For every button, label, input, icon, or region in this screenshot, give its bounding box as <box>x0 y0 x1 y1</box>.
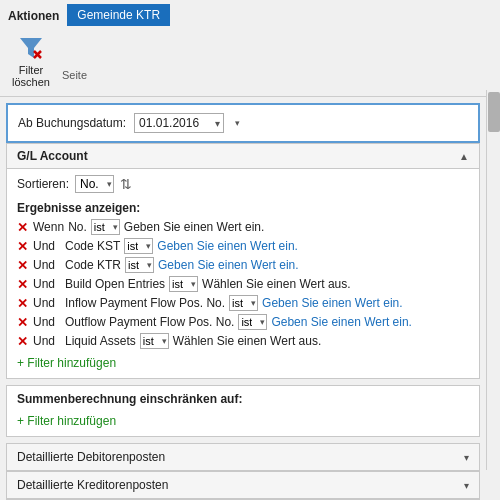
debitorenposten-title: Detaillierte Debitorenposten <box>17 450 165 464</box>
ergebnisse-label: Ergebnisse anzeigen: <box>17 201 469 215</box>
gemeinde-button[interactable]: Gemeinde KTR <box>67 4 170 26</box>
op-select-wrap: ist <box>140 333 169 349</box>
summen-section: Summenberechnung einschränken auf: + Fil… <box>6 385 480 437</box>
remove-filter-button[interactable]: ✕ <box>17 334 29 349</box>
connector-label: Und <box>33 258 61 272</box>
op-select-wrap: ist <box>124 238 153 254</box>
gl-chevron-icon: ▲ <box>459 151 469 162</box>
debitorenposten-header[interactable]: Detaillierte Debitorenposten ▾ <box>7 444 479 471</box>
connector-label: Und <box>33 277 61 291</box>
filter-value: Geben Sie einen Wert ein. <box>157 239 298 253</box>
filter-row: ✕ Und Inflow Payment Flow Pos. No. ist G… <box>17 295 469 311</box>
kreditorenposten-section: Detaillierte Kreditorenposten ▾ <box>6 472 480 500</box>
aktionen-label: Aktionen <box>8 7 59 23</box>
connector-label: Und <box>33 315 61 329</box>
field-label: Code KTR <box>65 258 121 272</box>
filter-row: ✕ Und Build Open Entries ist Wählen Sie … <box>17 276 469 292</box>
op-select[interactable]: ist <box>229 295 258 311</box>
field-label: Outflow Payment Flow Pos. No. <box>65 315 234 329</box>
filter-value: Geben Sie einen Wert ein. <box>271 315 412 329</box>
op-select[interactable]: ist <box>140 333 169 349</box>
toolbar: Aktionen Gemeinde KTR <box>0 0 486 97</box>
gl-account-title: G/L Account <box>17 149 88 163</box>
op-select[interactable]: ist <box>238 314 267 330</box>
op-select-wrap: ist <box>229 295 258 311</box>
filter-button-label: Filterlöschen <box>12 64 50 88</box>
field-label: Build Open Entries <box>65 277 165 291</box>
kreditorenposten-header[interactable]: Detaillierte Kreditorenposten ▾ <box>7 472 479 499</box>
remove-filter-button[interactable]: ✕ <box>17 296 29 311</box>
filter-row: ✕ Wenn No. ist Geben Sie einen Wert ein. <box>17 219 469 235</box>
debitorenposten-section: Detaillierte Debitorenposten ▾ <box>6 443 480 472</box>
remove-filter-button[interactable]: ✕ <box>17 220 29 235</box>
add-filter-button[interactable]: + Filter hinzufügen <box>17 356 116 370</box>
filter-value: Geben Sie einen Wert ein. <box>158 258 299 272</box>
remove-filter-button[interactable]: ✕ <box>17 239 29 254</box>
op-select[interactable]: ist <box>91 219 120 235</box>
kreditorenposten-title: Detaillierte Kreditorenposten <box>17 478 168 492</box>
filter-row: ✕ Und Liquid Assets ist Wählen Sie einen… <box>17 333 469 349</box>
field-label: No. <box>68 220 87 234</box>
connector-label: Und <box>33 296 61 310</box>
date-dropdown-wrap: ▾ <box>134 113 224 133</box>
scroll-thumb[interactable] <box>488 92 500 132</box>
seite-label: Seite <box>58 69 87 81</box>
summen-label: Summenberechnung einschränken auf: <box>17 392 469 406</box>
op-select-wrap: ist <box>169 276 198 292</box>
sort-order-icon[interactable]: ⇅ <box>120 176 132 192</box>
field-label: Code KST <box>65 239 120 253</box>
field-label: Liquid Assets <box>65 334 136 348</box>
filter-value: Geben Sie einen Wert ein. <box>262 296 403 310</box>
debitorenposten-chevron-icon: ▾ <box>464 452 469 463</box>
op-select-wrap: ist <box>238 314 267 330</box>
filter-value: Geben Sie einen Wert ein. <box>124 220 265 234</box>
gl-account-section: G/L Account ▲ Sortieren: No. ⇅ Ergebniss… <box>6 143 480 379</box>
filter-row: ✕ Und Code KTR ist Geben Sie einen Wert … <box>17 257 469 273</box>
filter-value: Wählen Sie einen Wert aus. <box>202 277 351 291</box>
kreditorenposten-chevron-icon: ▾ <box>464 480 469 491</box>
filter-icon <box>15 32 47 64</box>
gl-account-body: Sortieren: No. ⇅ Ergebnisse anzeigen: ✕ … <box>7 169 479 378</box>
connector-label: Und <box>33 239 61 253</box>
op-select[interactable]: ist <box>124 238 153 254</box>
sort-select[interactable]: No. <box>75 175 114 193</box>
sort-select-wrap: No. <box>75 175 114 193</box>
sortieren-row: Sortieren: No. ⇅ <box>17 175 469 193</box>
remove-filter-button[interactable]: ✕ <box>17 277 29 292</box>
connector-label: Wenn <box>33 220 64 234</box>
field-label: Inflow Payment Flow Pos. No. <box>65 296 225 310</box>
filter-row: ✕ Und Outflow Payment Flow Pos. No. ist … <box>17 314 469 330</box>
op-select[interactable]: ist <box>125 257 154 273</box>
sortieren-label: Sortieren: <box>17 177 69 191</box>
op-select-wrap: ist <box>125 257 154 273</box>
remove-filter-button[interactable]: ✕ <box>17 258 29 273</box>
summen-add-filter-button[interactable]: + Filter hinzufügen <box>17 414 116 428</box>
remove-filter-button[interactable]: ✕ <box>17 315 29 330</box>
date-label: Ab Buchungsdatum: <box>18 116 126 130</box>
filter-loeschen-button[interactable]: Filterlöschen <box>8 30 54 90</box>
date-filter-section: Ab Buchungsdatum: ▾ <box>6 103 480 143</box>
filter-value: Wählen Sie einen Wert aus. <box>173 334 322 348</box>
gl-account-header[interactable]: G/L Account ▲ <box>7 144 479 169</box>
op-select[interactable]: ist <box>169 276 198 292</box>
connector-label: Und <box>33 334 61 348</box>
scrollbar[interactable] <box>486 90 500 470</box>
op-select-wrap: ist <box>91 219 120 235</box>
filter-row: ✕ Und Code KST ist Geben Sie einen Wert … <box>17 238 469 254</box>
date-input[interactable] <box>134 113 224 133</box>
